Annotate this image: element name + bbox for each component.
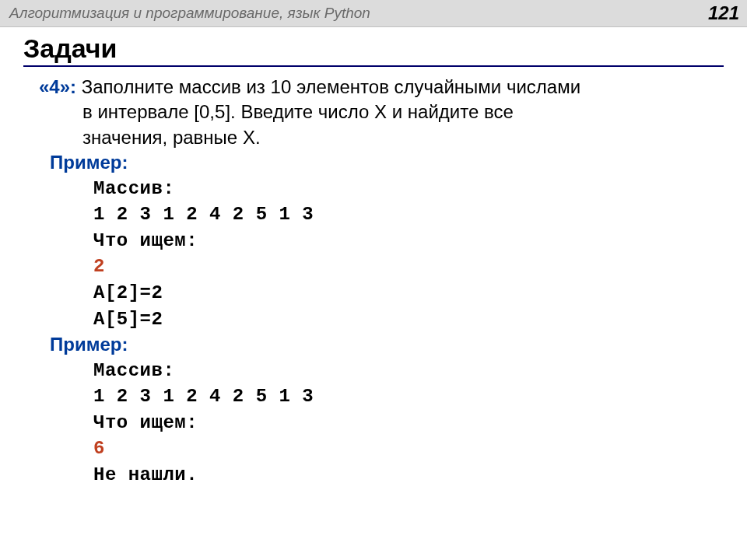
section-title: Задачи bbox=[23, 33, 724, 67]
ex2-notfound: Не нашли. bbox=[23, 462, 724, 488]
ex2-search-value: 6 bbox=[23, 436, 724, 462]
ex1-array: 1 2 3 1 2 4 2 5 1 3 bbox=[23, 201, 724, 228]
task-block: «4»: Заполните массив из 10 элементов сл… bbox=[23, 75, 724, 150]
grade-label: «4»: bbox=[39, 76, 76, 97]
header-title: Алгоритмизация и программирование, язык … bbox=[9, 5, 370, 22]
task-line-1: Заполните массив из 10 элементов случайн… bbox=[82, 76, 580, 97]
ex1-search-label: Что ищем: bbox=[23, 228, 724, 254]
page-number: 121 bbox=[708, 2, 739, 24]
ex2-array: 1 2 3 1 2 4 2 5 1 3 bbox=[23, 383, 724, 410]
ex1-result-1: A[2]=2 bbox=[23, 280, 724, 306]
example-label-1: Пример: bbox=[23, 150, 724, 175]
ex1-search-value: 2 bbox=[23, 254, 724, 280]
ex2-array-label: Массив: bbox=[23, 358, 724, 384]
ex2-search-label: Что ищем: bbox=[23, 410, 724, 436]
ex1-array-label: Массив: bbox=[23, 176, 724, 202]
task-line-3: значения, равные X. bbox=[39, 125, 724, 150]
slide-content: Задачи «4»: Заполните массив из 10 элеме… bbox=[0, 27, 747, 488]
example-label-2: Пример: bbox=[23, 332, 724, 357]
task-line-2: в интервале [0,5]. Введите число X и най… bbox=[39, 100, 724, 124]
header-bar: Алгоритмизация и программирование, язык … bbox=[0, 0, 747, 27]
ex1-result-2: A[5]=2 bbox=[23, 306, 724, 333]
